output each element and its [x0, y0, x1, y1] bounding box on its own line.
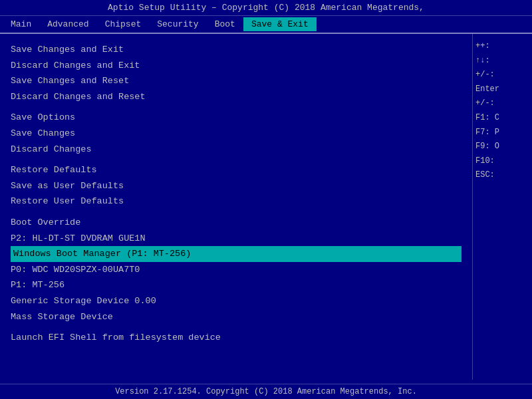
key-hint-0: ++: — [475, 39, 529, 54]
section-label-13: Boot Override — [11, 215, 462, 231]
menu-item-save---exit[interactable]: Save & Exit — [243, 17, 317, 31]
key-hint-11: ESC: — [475, 168, 529, 183]
key-hint-9: F9: O — [475, 140, 529, 154]
menu-option-2[interactable]: Save Changes and Reset — [11, 73, 462, 89]
spacer-12 — [11, 209, 462, 215]
menu-item-boot[interactable]: Boot — [207, 17, 243, 31]
footer-text: Version 2.17.1254. Copyright (C) 2018 Am… — [115, 387, 417, 396]
menu-option-16[interactable]: P0: WDC WD20SPZX-00UA7T0 — [11, 262, 462, 278]
menu-option-11[interactable]: Restore User Defaults — [11, 194, 462, 209]
left-panel: Save Changes and ExitDiscard Changes and… — [0, 34, 472, 380]
menu-option-14[interactable]: P2: HL-DT-ST DVDRAM GUE1N — [11, 231, 462, 247]
menu-option-17[interactable]: P1: MT-256 — [11, 277, 462, 293]
menu-option-15[interactable]: Windows Boot Manager (P1: MT-256) — [11, 246, 462, 262]
key-hint-4: +/-: — [475, 68, 529, 82]
menu-option-18[interactable]: Generic Storage Device 0.00 — [11, 293, 462, 309]
spacer-20 — [11, 325, 462, 330]
title-text: Aptio Setup Utility – Copyright (C) 2018… — [108, 3, 424, 13]
menu-item-security[interactable]: Security — [149, 17, 206, 31]
section-label-5: Save Options — [11, 110, 462, 126]
key-hint-5: Enter — [475, 82, 529, 97]
menu-option-3[interactable]: Discard Changes and Reset — [11, 89, 462, 105]
menu-item-advanced[interactable]: Advanced — [39, 17, 96, 31]
menu-item-chipset[interactable]: Chipset — [97, 17, 150, 31]
spacer-4 — [11, 104, 462, 110]
menu-option-21[interactable]: Launch EFI Shell from filesystem device — [11, 330, 462, 346]
key-hint-7: F1: C — [475, 111, 529, 126]
menu-option-9[interactable]: Restore Defaults — [11, 162, 462, 178]
key-hint-6: +/-: — [475, 96, 529, 111]
title-bar: Aptio Setup Utility – Copyright (C) 2018… — [0, 0, 532, 16]
menu-option-6[interactable]: Save Changes — [11, 126, 462, 142]
key-hint-10: F10: — [475, 154, 529, 169]
menu-bar: MainAdvancedChipsetSecurityBootSave & Ex… — [0, 16, 532, 34]
footer: Version 2.17.1254. Copyright (C) 2018 Am… — [0, 384, 532, 399]
menu-option-19[interactable]: Mass Storage Device — [11, 309, 462, 325]
main-content: Save Changes and ExitDiscard Changes and… — [0, 34, 532, 380]
menu-option-10[interactable]: Save as User Defaults — [11, 178, 462, 194]
right-panel: ++:↑↓:+/-:Enter+/-:F1: CF7: PF9: OF10:ES… — [472, 34, 532, 380]
menu-option-0[interactable]: Save Changes and Exit — [11, 42, 462, 58]
key-hint-2: ↑↓: — [475, 54, 529, 68]
key-hint-8: F7: P — [475, 126, 529, 140]
menu-item-main[interactable]: Main — [3, 17, 39, 31]
menu-option-1[interactable]: Discard Changes and Exit — [11, 58, 462, 74]
menu-option-7[interactable]: Discard Changes — [11, 142, 462, 158]
spacer-8 — [11, 157, 462, 162]
